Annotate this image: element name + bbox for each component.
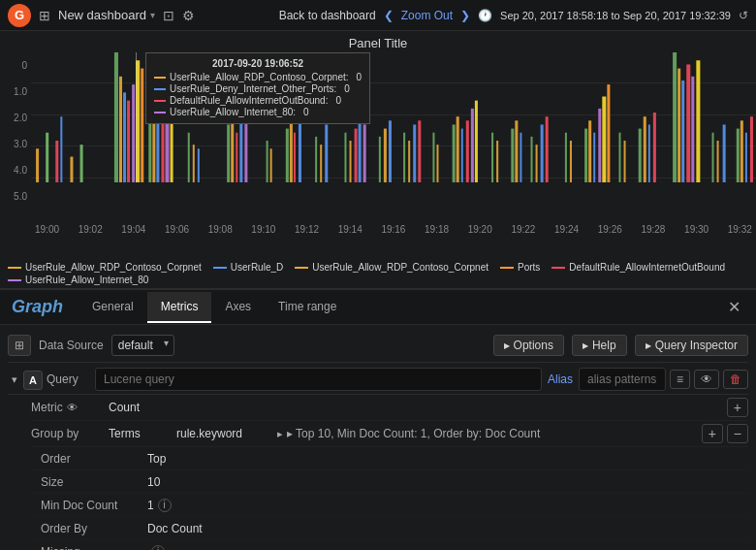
svg-rect-57 <box>496 141 498 182</box>
group-by-field: rule.keyword <box>176 427 273 440</box>
svg-rect-81 <box>681 81 684 182</box>
svg-rect-77 <box>648 124 650 182</box>
tooltip-row: UserRule_Allow_Internet_80: 0 <box>154 107 362 117</box>
svg-rect-45 <box>408 141 410 182</box>
center-controls: Back to dashboard ❮ Zoom Out ❯ 🕐 Sep 20,… <box>279 9 748 22</box>
datasource-select-wrap[interactable]: default <box>111 335 174 356</box>
chevron-icon: ▾ <box>150 10 155 20</box>
group-by-remove-button[interactable]: − <box>727 424 748 443</box>
size-row: Size 10 <box>31 470 748 494</box>
svg-rect-38 <box>355 129 358 182</box>
dashboard-name[interactable]: New dashboard ▾ <box>58 8 155 22</box>
dashboard-icon: ⊞ <box>39 8 50 23</box>
svg-rect-35 <box>325 124 328 182</box>
svg-rect-82 <box>686 64 690 182</box>
order-by-row: Order By Doc Count <box>31 517 748 540</box>
tooltip-timestamp: 2017-09-20 19:06:52 <box>154 58 362 69</box>
svg-rect-54 <box>471 109 474 182</box>
min-doc-count-info-icon[interactable]: i <box>158 499 172 512</box>
svg-rect-80 <box>677 69 680 182</box>
svg-rect-69 <box>593 133 595 182</box>
tabs-row: Graph General Metrics Axes Time range ✕ <box>0 290 756 325</box>
svg-rect-74 <box>624 141 626 182</box>
size-label: Size <box>41 475 147 489</box>
datasource-select[interactable]: default <box>111 335 174 356</box>
svg-rect-64 <box>546 116 549 182</box>
svg-rect-13 <box>148 116 151 182</box>
refresh-btn[interactable]: ↺ <box>739 9 748 22</box>
svg-rect-34 <box>320 145 322 182</box>
tooltip-row: DefaultRule_AllowInternetOutBound: 0 <box>154 95 362 106</box>
svg-rect-84 <box>696 60 700 182</box>
svg-rect-41 <box>379 137 381 182</box>
chart-bars: 2017-09-20 19:06:52 UserRule_Allow_RDP_C… <box>31 52 756 210</box>
time-range[interactable]: Sep 20, 2017 18:58:18 to Sep 20, 2017 19… <box>500 10 731 21</box>
query-row: ▾ A Query Alias ≡ 👁 🗑 <box>8 363 748 395</box>
legend-item: UserRule_D <box>213 262 283 273</box>
svg-rect-30 <box>290 120 293 182</box>
help-button[interactable]: ▶ Help <box>572 335 627 356</box>
svg-rect-71 <box>602 96 606 182</box>
svg-rect-86 <box>717 141 719 182</box>
alias-input[interactable] <box>579 368 666 391</box>
collapse-chevron[interactable]: ▾ <box>8 372 21 388</box>
datasource-label: Data Source <box>39 339 104 352</box>
tab-axes[interactable]: Axes <box>211 292 265 323</box>
order-label: Order <box>41 452 147 466</box>
tooltip-line <box>136 52 137 182</box>
svg-rect-90 <box>745 133 747 182</box>
metric-add-button[interactable]: + <box>727 398 748 417</box>
query-letter-badge: A <box>23 371 43 390</box>
svg-rect-19 <box>188 133 190 182</box>
group-by-type: Terms <box>109 427 176 440</box>
svg-rect-62 <box>536 145 538 182</box>
close-button[interactable]: ✕ <box>720 294 748 320</box>
back-link[interactable]: Back to dashboard <box>279 9 376 22</box>
save-icon[interactable]: ⊡ <box>163 8 174 23</box>
visibility-icon-btn[interactable]: 👁 <box>694 370 719 389</box>
svg-rect-59 <box>515 120 518 182</box>
legend-item: Ports <box>500 262 540 273</box>
query-input[interactable] <box>95 368 542 391</box>
left-arrow[interactable]: ❮ <box>384 9 394 22</box>
datasource-row: ⊞ Data Source default ▶ Options ▶ Help ▶… <box>8 331 748 363</box>
min-doc-count-row: Min Doc Count 1 i <box>31 494 748 517</box>
group-by-add-button[interactable]: + <box>702 424 723 443</box>
svg-rect-25 <box>239 120 242 182</box>
tab-general[interactable]: General <box>79 292 147 323</box>
tooltip-row: UserRule_Deny_Internet_Other_Ports: 0 <box>154 83 362 94</box>
svg-rect-73 <box>618 133 620 182</box>
svg-rect-83 <box>691 77 694 182</box>
svg-rect-2 <box>55 141 58 182</box>
svg-rect-85 <box>712 133 714 182</box>
metric-eye-icon[interactable]: 👁 <box>67 402 78 413</box>
query-inspector-button[interactable]: ▶ Query Inspector <box>635 335 748 356</box>
min-doc-count-label: Min Doc Count <box>41 499 147 512</box>
logo: G <box>8 4 31 27</box>
right-arrow[interactable]: ❯ <box>460 9 470 22</box>
svg-rect-58 <box>511 129 514 182</box>
missing-label: Missing <box>41 545 147 551</box>
svg-rect-79 <box>673 52 677 182</box>
options-button[interactable]: ▶ Options <box>493 335 564 356</box>
svg-rect-3 <box>60 116 62 182</box>
order-by-value: Doc Count <box>147 522 203 535</box>
svg-rect-76 <box>644 116 646 182</box>
svg-rect-44 <box>403 133 405 182</box>
svg-rect-70 <box>598 109 601 182</box>
svg-rect-31 <box>294 133 296 182</box>
delete-icon-btn[interactable]: 🗑 <box>723 370 748 389</box>
menu-icon-btn[interactable]: ≡ <box>670 370 690 389</box>
svg-rect-12 <box>141 69 143 182</box>
tab-metrics[interactable]: Metrics <box>147 292 212 323</box>
missing-info-icon[interactable]: i <box>151 545 165 551</box>
tab-time-range[interactable]: Time range <box>265 292 350 323</box>
alias-label: Alias <box>542 372 579 386</box>
legend: UserRule_Allow_RDP_Contoso_Corpnet UserR… <box>0 259 756 288</box>
zoom-out-btn[interactable]: Zoom Out <box>401 9 453 22</box>
legend-item: UserRule_Allow_Internet_80 <box>8 275 148 285</box>
svg-rect-0 <box>36 148 39 182</box>
size-value: 10 <box>147 475 160 489</box>
settings-icon[interactable]: ⚙ <box>182 8 195 23</box>
svg-rect-88 <box>737 129 740 182</box>
